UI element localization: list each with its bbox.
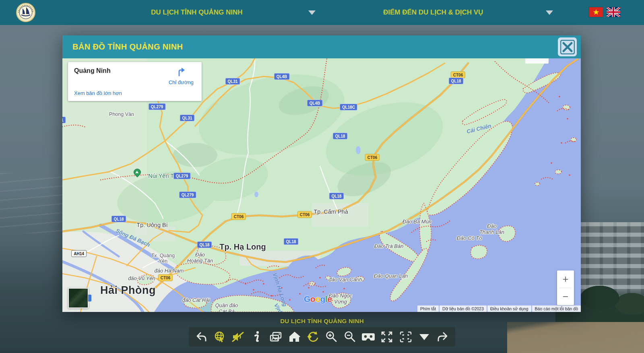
zoom-out-button[interactable]: − xyxy=(557,288,574,306)
share-icon xyxy=(437,331,449,343)
toolbar-undo-button[interactable] xyxy=(194,330,208,344)
toolbar-dropdown-button[interactable] xyxy=(417,330,431,344)
map-zoom-control: + − xyxy=(557,270,574,305)
modal-title: BẢN ĐỒ TỈNH QUẢNG NINH xyxy=(72,35,183,58)
scan-icon xyxy=(399,331,412,343)
reset-view-icon xyxy=(306,331,319,343)
chevron-down-icon[interactable] xyxy=(308,10,316,15)
toolbar-audio-muted-button[interactable] xyxy=(231,330,245,344)
toolbar-globe-button[interactable] xyxy=(213,330,227,344)
home-icon xyxy=(288,331,300,343)
page: DU LỊCH TỈNH QUẢNG NINH ĐIỂM ĐẾN DU LỊCH… xyxy=(0,0,644,353)
google-logo-letter: e xyxy=(327,294,332,303)
map-info-card: Quảng Ninh Chỉ đường Xem bản đồ lớn hơn xyxy=(68,62,202,101)
info-icon xyxy=(254,331,260,343)
top-navbar: DU LỊCH TỈNH QUẢNG NINH ĐIỂM ĐẾN DU LỊCH… xyxy=(0,0,644,25)
toolbar-zoom-in-button[interactable] xyxy=(324,330,338,344)
google-logo-letter: o xyxy=(310,294,315,303)
map-attribution-item[interactable]: Báo cáo một lỗi bản đồ xyxy=(532,306,581,312)
fullscreen-icon xyxy=(381,331,393,343)
toolbar-fullscreen-button[interactable] xyxy=(380,330,394,344)
toolbar-info-button[interactable] xyxy=(250,330,264,344)
close-x-icon xyxy=(560,40,575,54)
info-card-title: Quảng Ninh xyxy=(74,67,111,74)
footer-site-title: DU LỊCH TỈNH QUẢNG NINH xyxy=(0,318,644,324)
nav-menu-destinations[interactable]: ĐIỂM ĐẾN DU LỊCH & DỊCH VỤ xyxy=(383,8,483,17)
map-attribution-item[interactable]: Điều khoản sử dụng xyxy=(487,306,531,312)
toolbar-vr-button[interactable] xyxy=(361,330,375,344)
zoom-in-icon xyxy=(325,331,337,343)
site-logo[interactable] xyxy=(16,3,35,22)
google-map-embed[interactable]: Phong VânCái ChiênNúi Yên TửTp. Cẩm PhảT… xyxy=(62,58,581,312)
vr-icon xyxy=(361,332,375,342)
toolbar-zoom-out-button[interactable] xyxy=(343,330,357,344)
google-logo-letter: G xyxy=(304,294,310,303)
modal-header: BẢN ĐỒ TỈNH QUẢNG NINH xyxy=(62,35,581,58)
google-logo-letter: o xyxy=(315,294,320,303)
toolbar-reset-view-button[interactable] xyxy=(306,330,320,344)
globe-icon xyxy=(214,331,226,343)
toolbar-share-button[interactable] xyxy=(436,330,450,344)
vietnam-flag[interactable] xyxy=(589,7,603,17)
google-logo-letter: g xyxy=(320,294,325,303)
close-button[interactable] xyxy=(558,37,577,56)
thumbnail-expand-tab[interactable] xyxy=(88,295,91,301)
sailboat-badge-logo-icon xyxy=(16,3,35,22)
directions-label[interactable]: Chỉ đường xyxy=(169,79,194,85)
directions-link[interactable]: Chỉ đường xyxy=(169,66,194,85)
map-control-partial xyxy=(525,58,549,64)
directions-arrow-icon xyxy=(176,66,186,76)
zoom-in-button[interactable]: + xyxy=(557,270,574,288)
uk-flag[interactable] xyxy=(607,7,620,17)
toolbar-home-button[interactable] xyxy=(287,330,301,344)
map-modal: BẢN ĐỒ TỈNH QUẢNG NINH xyxy=(62,35,581,312)
audio-muted-icon xyxy=(232,331,245,343)
map-attribution-item[interactable]: Phím tắt xyxy=(417,306,439,312)
chevron-down-icon[interactable] xyxy=(546,10,553,15)
toolbar-gallery-button[interactable] xyxy=(269,330,283,344)
undo-icon xyxy=(195,331,207,343)
toolbar-scan-button[interactable] xyxy=(399,330,413,344)
nav-menu-tourism[interactable]: DU LỊCH TỈNH QUẢNG NINH xyxy=(151,8,243,17)
google-logo[interactable]: Google xyxy=(304,294,332,304)
dropdown-icon xyxy=(419,332,430,341)
map-attribution-item[interactable]: Dữ liệu bản đồ ©2023 xyxy=(440,306,487,312)
satellite-layer-thumbnail[interactable] xyxy=(68,288,89,308)
viewer-toolbar xyxy=(189,327,455,347)
view-larger-map-link[interactable]: Xem bản đồ lớn hơn xyxy=(74,90,122,96)
map-attribution-bar: Phím tắtDữ liệu bản đồ ©2023Điều khoản s… xyxy=(417,306,581,312)
gallery-icon xyxy=(269,331,282,343)
zoom-out-icon xyxy=(344,331,356,343)
